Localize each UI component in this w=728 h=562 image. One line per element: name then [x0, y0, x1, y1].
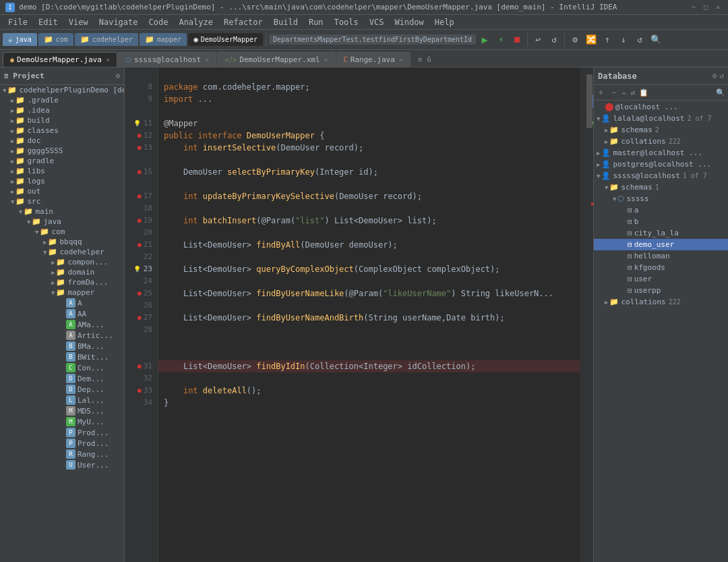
- tree-item-logs[interactable]: ▶ 📁 logs: [0, 176, 124, 186]
- db-item-postgres[interactable]: ▶ 👤 postgres@localhost ...: [594, 159, 728, 170]
- tree-item-file-lal[interactable]: L Lal...: [0, 395, 124, 405]
- maximize-button[interactable]: □: [701, 3, 710, 12]
- db-item-sssss[interactable]: ▼ 👤 sssss@localhost 1 of 7: [594, 170, 728, 181]
- tree-item-compon[interactable]: ▶ 📁 compon...: [0, 257, 124, 267]
- toolbar-tab-demousermapper[interactable]: ◉ DemoUserMapper: [188, 33, 263, 46]
- menu-item-refactor[interactable]: Refactor: [218, 16, 268, 28]
- tree-item-file-bwit[interactable]: B BWit...: [0, 352, 124, 362]
- toolbar-tab-java[interactable]: ☕ java: [3, 33, 37, 46]
- menu-item-edit[interactable]: Edit: [33, 16, 63, 28]
- db-item-table-kfgoods[interactable]: ⊟ kfgoods: [594, 262, 728, 273]
- tab-close-sssss[interactable]: ✕: [205, 56, 209, 63]
- menu-item-build[interactable]: Build: [268, 16, 303, 28]
- tree-item-gradle2[interactable]: ▶ 📁 gradle: [0, 156, 124, 166]
- menu-item-window[interactable]: Window: [389, 16, 429, 28]
- tree-item-file-user[interactable]: U User...: [0, 459, 124, 470]
- tree-item-classes[interactable]: ▶ 📁 classes: [0, 125, 124, 136]
- tab-demousermapper-xml[interactable]: ≺/≻ DemoUserMapper.xml ✕: [217, 52, 335, 67]
- db-item-collations-la[interactable]: ▶ 📁 collations 222: [594, 136, 728, 147]
- tab-close-range[interactable]: ✕: [399, 56, 403, 63]
- db-item-table-demo-user[interactable]: ⊟ demo_user: [594, 239, 728, 250]
- db-minus-icon[interactable]: －: [609, 86, 618, 99]
- db-item-table-city[interactable]: ⊟ city_la_la: [594, 227, 728, 239]
- db-item-table-helloman[interactable]: ⊟ helloman: [594, 250, 728, 262]
- db-edit-icon[interactable]: ✏: [622, 88, 627, 97]
- menu-item-navigate[interactable]: Navigate: [94, 16, 144, 28]
- menu-item-tools[interactable]: Tools: [329, 16, 364, 28]
- tree-item-domain[interactable]: ▶ 📁 domain: [0, 267, 124, 277]
- db-add-icon[interactable]: ＋: [597, 86, 605, 99]
- sidebar-gear-icon[interactable]: ⚙: [115, 72, 120, 80]
- menu-item-analyze[interactable]: Analyze: [173, 16, 218, 28]
- tree-item-doc[interactable]: ▶ 📁 doc: [0, 136, 124, 146]
- tree-item-gradle[interactable]: ▶ 📁 .gradle: [0, 95, 124, 105]
- tree-item-file-a[interactable]: A A: [0, 298, 124, 308]
- tab-range[interactable]: C Range.java ✕: [336, 52, 411, 67]
- tree-item-codehelper[interactable]: ▼ 📁 codehelper: [0, 247, 124, 257]
- db-item-table-userpp[interactable]: ⊟ userpp: [594, 285, 728, 296]
- tree-item-src[interactable]: ▼ 📁 src: [0, 196, 124, 206]
- tree-item-fromda[interactable]: ▶ 📁 fromDa...: [0, 277, 124, 287]
- tab-sssss[interactable]: ⬡ sssss@localhost ✕: [118, 52, 216, 67]
- tree-item-com[interactable]: ▼ 📁 com: [0, 227, 124, 237]
- tree-item-build[interactable]: ▶ 📁 build: [0, 115, 124, 125]
- tab-close-xml[interactable]: ✕: [324, 56, 328, 63]
- vcs2-icon[interactable]: ↑: [600, 32, 615, 47]
- redo-button[interactable]: ↺: [547, 32, 562, 47]
- tree-item-file-myu[interactable]: M MyU...: [0, 416, 124, 427]
- refresh-icon[interactable]: ↺: [632, 32, 647, 47]
- stop-button[interactable]: ⏹: [510, 32, 524, 47]
- tree-item-file-prod2[interactable]: P Prod...: [0, 438, 124, 449]
- tree-item-bbqqq[interactable]: ▶ 📁 bbqqq: [0, 237, 124, 247]
- menu-item-code[interactable]: Code: [144, 16, 174, 28]
- more-tabs[interactable]: ≡ 6: [414, 53, 435, 67]
- menu-item-run[interactable]: Run: [303, 16, 329, 28]
- run-config[interactable]: DepartmentsMapperTest.testfindFirstByDep…: [269, 34, 476, 45]
- db-item-table-user[interactable]: ⊟ user: [594, 273, 728, 285]
- db-item-collations-ss[interactable]: ▶ 📁 collations 222: [594, 296, 728, 308]
- db-sync-icon[interactable]: ⇄: [631, 88, 636, 97]
- db-item-atlocal[interactable]: ⬤ @localhost ...: [594, 101, 728, 113]
- tree-item-main[interactable]: ▼ 📁 main: [0, 206, 124, 217]
- db-refresh-icon[interactable]: ↺: [719, 72, 724, 80]
- db-settings-icon[interactable]: ⚙: [712, 72, 717, 80]
- editor-content[interactable]: 8 9 💡11 ●12 ●13 ●15 ●17 18 ●19 20 ●21: [125, 67, 593, 562]
- tree-item-out[interactable]: ▶ 📁 out: [0, 186, 124, 196]
- menu-item-file[interactable]: File: [3, 16, 33, 28]
- tree-item-file-bma[interactable]: B BMa...: [0, 341, 124, 352]
- minimize-button[interactable]: ─: [689, 3, 698, 12]
- toolbar-tab-codehelper[interactable]: 📁 codehelper: [75, 33, 138, 46]
- db-item-table-b[interactable]: ⊟ b: [594, 216, 728, 227]
- tree-item-file-dem[interactable]: D Dem...: [0, 373, 124, 384]
- db-item-schemas-la[interactable]: ▶ 📁 schemas 2: [594, 124, 728, 136]
- db-item-master[interactable]: ▶ 👤 master@localhost ...: [594, 147, 728, 159]
- db-item-sssss-schema[interactable]: ▼ ⬡ sssss: [594, 193, 728, 204]
- db-item-lalala[interactable]: ▼ 👤 lalala@localhost 2 of 7: [594, 113, 728, 124]
- db-item-table-a[interactable]: ⊟ a: [594, 204, 728, 216]
- db-search-icon[interactable]: 🔍: [716, 88, 725, 97]
- tree-item-mapper[interactable]: ▼ 📁 mapper: [0, 287, 124, 298]
- toolbar-tab-mapper[interactable]: 📁 mapper: [140, 33, 187, 46]
- tab-demousermapper[interactable]: ◉ DemoUserMapper.java ✕: [3, 52, 117, 67]
- vcs-icon[interactable]: 🔀: [584, 32, 599, 47]
- tree-item-root[interactable]: ▼ 📁 codehelperPluginDemo [de...: [0, 85, 124, 95]
- tree-item-idea[interactable]: ▶ 📁 .idea: [0, 105, 124, 115]
- tree-item-ggggsssss[interactable]: ▶ 📁 ggggSSSS: [0, 146, 124, 156]
- menu-item-view[interactable]: View: [63, 16, 94, 28]
- tree-item-file-con[interactable]: C Con...: [0, 362, 124, 373]
- menu-item-vcs[interactable]: VCS: [364, 16, 390, 28]
- close-button[interactable]: ✕: [713, 3, 723, 12]
- code-editor[interactable]: 8 9 💡11 ●12 ●13 ●15 ●17 18 ●19 20 ●21: [125, 67, 593, 562]
- tree-item-file-rang[interactable]: R Rang...: [0, 449, 124, 459]
- tree-item-java[interactable]: ▼ 📁 java: [0, 217, 124, 227]
- window-controls[interactable]: ─ □ ✕: [689, 3, 723, 12]
- scrollbar-thumb[interactable]: [586, 74, 593, 128]
- tab-close-demousermapper[interactable]: ✕: [106, 56, 110, 63]
- search-icon[interactable]: 🔍: [648, 32, 663, 47]
- tree-item-file-prod1[interactable]: P Prod...: [0, 427, 124, 438]
- toolbar-tab-com[interactable]: 📁 com: [38, 33, 73, 46]
- db-item-schemas-ss[interactable]: ▼ 📁 schemas 1: [594, 181, 728, 193]
- tree-item-file-artic[interactable]: A Artic...: [0, 330, 124, 341]
- run-button[interactable]: ▶: [477, 32, 492, 47]
- debug-button[interactable]: ⚡: [493, 32, 508, 47]
